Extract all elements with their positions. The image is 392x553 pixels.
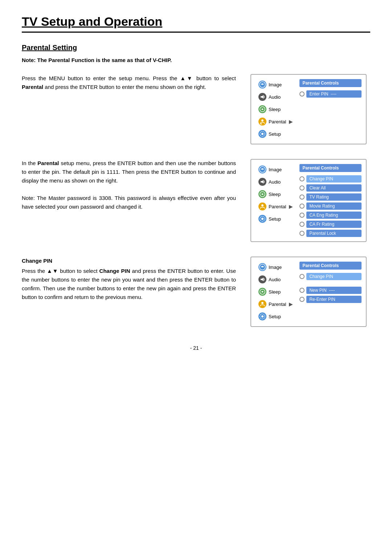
menu3-submenu-header: Parental Controls bbox=[299, 262, 362, 270]
section2-text: In the Parental setup menu, press the EN… bbox=[22, 159, 236, 211]
section1-row: Press the MENU button to enter the setup… bbox=[22, 74, 370, 144]
menu2-item-parentallock: Parental Lock bbox=[299, 230, 362, 237]
tv-menu-1: Image Audio Sleep ▶ bbox=[250, 74, 367, 144]
radio-changepin bbox=[299, 176, 305, 181]
section3-text: Change PIN Press the ▲▼ button to select… bbox=[22, 257, 236, 302]
menu2-sleep-label: Sleep bbox=[269, 192, 281, 197]
menu1-item-audio: Audio bbox=[256, 91, 296, 102]
tv-menu-2: Image Audio Sleep bbox=[250, 159, 367, 242]
svg-marker-17 bbox=[261, 278, 264, 281]
section3-paragraph: Press the ▲▼ button to select Change PIN… bbox=[22, 267, 236, 302]
svg-marker-2 bbox=[261, 95, 264, 99]
menu3-item-setup: Setup bbox=[256, 311, 296, 322]
icon-parental-1: ▶ bbox=[258, 118, 266, 126]
menu1-setup-label: Setup bbox=[269, 131, 281, 137]
page-number: - 21 - bbox=[22, 345, 370, 351]
icon-image-1 bbox=[258, 81, 266, 89]
icon-parental-2 bbox=[258, 202, 266, 210]
menu2-parental-label: Parental bbox=[269, 204, 286, 209]
icon-parental-3 bbox=[258, 300, 266, 308]
section1-paragraph: Press the MENU button to enter the setup… bbox=[22, 74, 236, 91]
svg-point-16 bbox=[262, 266, 263, 267]
menu3-sleep-label: Sleep bbox=[269, 289, 281, 295]
menu3-item-changepin: Change PIN bbox=[299, 273, 362, 280]
section2-note: Note: The Master password is 3308. This … bbox=[22, 194, 236, 211]
menu1-item-sleep: Sleep bbox=[256, 104, 296, 115]
menu3-changepin-label: Change PIN bbox=[306, 273, 362, 280]
changepin-label: Change PIN bbox=[306, 175, 362, 183]
caengrating-label: CA Eng Rating bbox=[306, 212, 362, 219]
menu3-item-reenterpin: Re-Enter PIN bbox=[299, 296, 362, 303]
newpin-label: New PIN ---- bbox=[306, 287, 362, 294]
menu2-parental-arrow: ▶ bbox=[289, 204, 293, 209]
menu2-item-parental: Parental ▶ bbox=[256, 201, 296, 212]
menu1-submenu-item-enterpin: Enter PIN ---- bbox=[299, 90, 362, 98]
menu2-audio-label: Audio bbox=[269, 179, 281, 185]
svg-point-4 bbox=[261, 119, 264, 122]
radio-cafrrating bbox=[299, 222, 305, 227]
section3-row: Change PIN Press the ▲▼ button to select… bbox=[22, 257, 370, 327]
icon-image-2 bbox=[258, 165, 266, 173]
menu2-item-changepin: Change PIN bbox=[299, 175, 362, 183]
menu1-audio-label: Audio bbox=[269, 94, 281, 100]
menu2-image-label: Image bbox=[269, 167, 282, 172]
reenterpin-label: Re-Enter PIN bbox=[306, 296, 362, 303]
radio-tvrating bbox=[299, 194, 305, 200]
menu1-item-image: Image bbox=[256, 79, 296, 90]
menu1-submenu-header: Parental Controls bbox=[299, 79, 362, 87]
menu1-image-label: Image bbox=[269, 82, 282, 87]
svg-point-12 bbox=[261, 204, 264, 206]
icon-sleep-2 bbox=[258, 190, 266, 198]
menu2-item-tvrating: TV Rating bbox=[299, 193, 362, 201]
radio-clearall bbox=[299, 185, 305, 191]
svg-point-19 bbox=[261, 302, 264, 304]
menu1-sleep-label: Sleep bbox=[269, 107, 281, 112]
menu3-item-sleep: Sleep bbox=[256, 286, 296, 297]
tv-menu-3: Image Audio Sleep bbox=[250, 257, 367, 327]
radio-enterpin bbox=[299, 91, 305, 97]
menu2-setup-label: Setup bbox=[269, 216, 281, 222]
icon-setup-3 bbox=[258, 312, 266, 320]
radio-caengrating bbox=[299, 213, 305, 218]
radio-movierating bbox=[299, 204, 305, 209]
menu2-item-clearall: Clear All bbox=[299, 184, 362, 192]
svg-text:▶: ▶ bbox=[261, 123, 262, 125]
menu3-item-image: Image bbox=[256, 262, 296, 273]
radio-parentallock bbox=[299, 231, 305, 236]
menu1-item-setup: Setup bbox=[256, 128, 296, 139]
icon-audio-2 bbox=[258, 178, 266, 186]
tvrating-label: TV Rating bbox=[306, 193, 362, 201]
section1-text: Press the MENU button to enter the setup… bbox=[22, 74, 236, 91]
page-title: TV Setup and Operation bbox=[22, 15, 370, 33]
menu3-item-newpin: New PIN ---- bbox=[299, 287, 362, 294]
enterpin-label: Enter PIN ---- bbox=[306, 90, 362, 98]
menu2-right: Parental Controls Change PIN Clear All T… bbox=[299, 164, 362, 237]
menu3-setup-label: Setup bbox=[269, 314, 281, 319]
menu1-parental-label: Parental bbox=[269, 119, 286, 124]
icon-setup-2 bbox=[258, 215, 266, 223]
menu2-item-image: Image bbox=[256, 164, 296, 175]
cafrrating-label: CA Fr Rating bbox=[306, 221, 362, 228]
radio3-reenterpin bbox=[299, 297, 305, 302]
parentallock-label: Parental Lock bbox=[306, 230, 362, 237]
menu2-item-caengrating: CA Eng Rating bbox=[299, 212, 362, 219]
menu2-item-audio: Audio bbox=[256, 176, 296, 187]
menu3-parental-label: Parental bbox=[269, 302, 286, 307]
menu1-right: Parental Controls Enter PIN ---- bbox=[299, 79, 362, 139]
menu1-parental-arrow: ▶ bbox=[289, 119, 293, 124]
menu2-item-sleep: Sleep bbox=[256, 189, 296, 200]
icon-sleep-1 bbox=[258, 105, 266, 113]
menu2-submenu-header: Parental Controls bbox=[299, 164, 362, 172]
menu3-left: Image Audio Sleep bbox=[256, 262, 296, 322]
radio3-newpin bbox=[299, 288, 305, 293]
menu2-left: Image Audio Sleep bbox=[256, 164, 296, 237]
svg-point-1 bbox=[262, 83, 263, 85]
radio3-changepin bbox=[299, 274, 305, 279]
menu3-parental-arrow: ▶ bbox=[289, 301, 293, 307]
svg-point-6 bbox=[261, 133, 264, 135]
icon-sleep-3 bbox=[258, 288, 266, 296]
menu1-left: Image Audio Sleep ▶ bbox=[256, 79, 296, 139]
svg-point-9 bbox=[262, 168, 263, 170]
icon-image-3 bbox=[258, 263, 266, 271]
icon-audio-1 bbox=[258, 93, 266, 101]
